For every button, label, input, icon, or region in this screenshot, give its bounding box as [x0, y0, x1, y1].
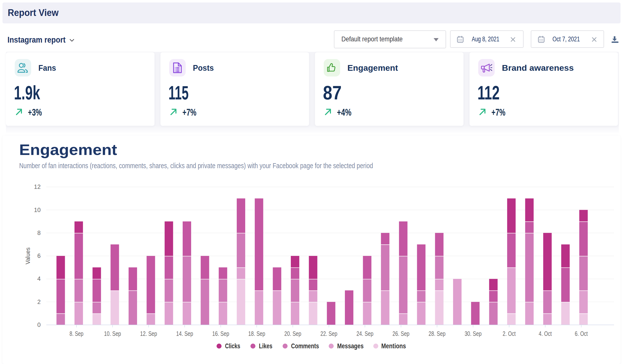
svg-text:16. Sep: 16. Sep — [212, 330, 229, 337]
svg-text:30. Sep: 30. Sep — [465, 330, 481, 337]
svg-text:2. Oct: 2. Oct — [503, 330, 516, 337]
svg-text:28. Sep: 28. Sep — [429, 330, 446, 337]
svg-text:14. Sep: 14. Sep — [176, 330, 193, 337]
svg-text:26. Sep: 26. Sep — [392, 330, 409, 337]
svg-text:10. Sep: 10. Sep — [104, 330, 121, 337]
svg-text:6: 6 — [37, 252, 41, 259]
svg-text:Values: Values — [25, 247, 31, 264]
svg-text:20. Sep: 20. Sep — [284, 330, 301, 337]
svg-text:8: 8 — [37, 229, 41, 236]
svg-text:Mentions: Mentions — [381, 342, 406, 350]
svg-text:0: 0 — [37, 321, 41, 328]
svg-text:2: 2 — [37, 298, 41, 305]
svg-text:4: 4 — [37, 275, 41, 282]
svg-text:12. Sep: 12. Sep — [140, 330, 157, 337]
svg-text:Comments: Comments — [291, 342, 319, 350]
svg-text:4. Oct: 4. Oct — [539, 330, 552, 337]
svg-text:8. Sep: 8. Sep — [70, 330, 83, 337]
svg-text:12: 12 — [34, 183, 41, 190]
svg-text:24. Sep: 24. Sep — [356, 330, 373, 337]
svg-text:18. Sep: 18. Sep — [248, 330, 265, 337]
svg-text:Messages: Messages — [337, 342, 364, 350]
svg-text:Likes: Likes — [259, 342, 272, 350]
svg-text:6. Oct: 6. Oct — [575, 330, 588, 337]
svg-text:Clicks: Clicks — [225, 342, 240, 350]
svg-text:22. Sep: 22. Sep — [320, 330, 337, 337]
svg-text:10: 10 — [34, 207, 41, 213]
